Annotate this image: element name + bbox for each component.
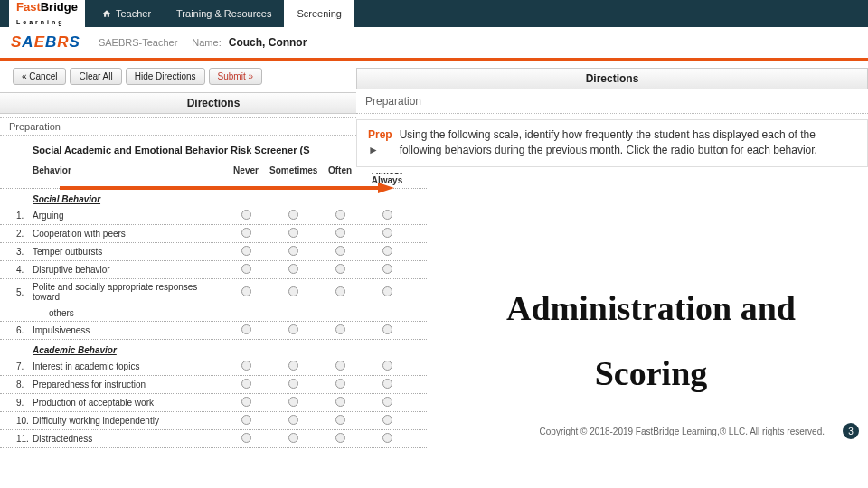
radio-button[interactable] xyxy=(382,361,392,371)
radio-cell xyxy=(222,228,269,239)
cancel-button[interactable]: « Cancel xyxy=(13,68,66,85)
context-bar: SAEBRS SAEBRS-Teacher Name: Couch, Conno… xyxy=(0,27,868,61)
radio-button[interactable] xyxy=(335,324,345,334)
radio-button[interactable] xyxy=(288,228,298,238)
radio-button[interactable] xyxy=(241,361,251,371)
row-label: Preparedness for instruction xyxy=(33,380,222,389)
radio-cell xyxy=(222,397,269,408)
hide-directions-button[interactable]: Hide Directions xyxy=(126,68,205,85)
row-number: 4. xyxy=(16,265,33,275)
radio-button[interactable] xyxy=(288,397,298,407)
radio-cell xyxy=(222,210,269,221)
radio-cell xyxy=(363,228,410,239)
radio-button[interactable] xyxy=(288,246,298,256)
student-name: Couch, Connor xyxy=(229,36,307,49)
radio-button[interactable] xyxy=(335,228,345,238)
radio-button[interactable] xyxy=(241,324,251,334)
row-number: 11. xyxy=(16,434,33,444)
table-row: 1.Arguing xyxy=(0,207,427,225)
radio-cell xyxy=(269,397,316,408)
radio-cell xyxy=(363,361,410,372)
row-label: Impulsiveness xyxy=(33,325,222,335)
overlay-preparation-header: Preparation xyxy=(356,89,868,114)
radio-button[interactable] xyxy=(288,433,298,443)
radio-cell xyxy=(269,264,316,276)
radio-button[interactable] xyxy=(335,264,345,274)
radio-button[interactable] xyxy=(335,246,345,256)
row-label: Interest in academic topics xyxy=(33,361,222,371)
radio-cell xyxy=(363,210,410,221)
table-row: 3.Temper outbursts xyxy=(0,243,427,261)
radio-button[interactable] xyxy=(241,397,251,407)
toolbar: « Cancel Clear All Hide Directions Submi… xyxy=(13,68,414,85)
prep-instruction-box: Prep ► Using the following scale, identi… xyxy=(356,119,868,167)
radio-button[interactable] xyxy=(241,433,251,443)
name-label: Name: xyxy=(184,37,228,48)
radio-button[interactable] xyxy=(382,397,392,407)
radio-button[interactable] xyxy=(382,324,392,334)
row-label: Polite and socially appropriate response… xyxy=(33,282,222,302)
radio-cell xyxy=(316,228,363,239)
radio-button[interactable] xyxy=(335,210,345,220)
radio-button[interactable] xyxy=(382,433,392,443)
radio-button[interactable] xyxy=(241,415,251,425)
radio-button[interactable] xyxy=(335,379,345,389)
row-number: 6. xyxy=(16,325,33,335)
radio-cell xyxy=(222,379,269,390)
saebrs-logo: SAEBRS xyxy=(0,33,91,52)
radio-button[interactable] xyxy=(288,361,298,371)
radio-cell xyxy=(316,415,363,427)
radio-button[interactable] xyxy=(288,286,298,296)
radio-cell xyxy=(222,286,269,298)
radio-button[interactable] xyxy=(335,286,345,296)
radio-button[interactable] xyxy=(241,246,251,256)
radio-button[interactable] xyxy=(382,415,392,425)
category-academic: Academic Behavior xyxy=(33,345,427,355)
row-label: Arguing xyxy=(33,211,222,221)
radio-cell xyxy=(269,415,316,427)
radio-button[interactable] xyxy=(335,433,345,443)
radio-cell xyxy=(316,361,363,372)
radio-button[interactable] xyxy=(288,264,298,274)
row-label: others xyxy=(49,308,222,318)
table-row: 5.Polite and socially appropriate respon… xyxy=(0,279,427,305)
radio-button[interactable] xyxy=(382,210,392,220)
radio-button[interactable] xyxy=(241,264,251,274)
nav-teacher[interactable]: Teacher xyxy=(89,0,164,27)
radio-button[interactable] xyxy=(382,379,392,389)
table-row: others xyxy=(0,305,427,322)
radio-cell xyxy=(222,264,269,276)
table-row: 2.Cooperation with peers xyxy=(0,225,427,243)
row-number: 1. xyxy=(16,211,33,221)
radio-button[interactable] xyxy=(241,379,251,389)
radio-button[interactable] xyxy=(241,286,251,296)
radio-button[interactable] xyxy=(382,228,392,238)
radio-cell xyxy=(316,246,363,258)
directions-overlay: Directions Preparation Prep ► Using the … xyxy=(356,68,868,173)
triangle-icon: ► xyxy=(368,144,379,156)
radio-button[interactable] xyxy=(288,210,298,220)
overlay-directions-header: Directions xyxy=(356,68,868,89)
radio-button[interactable] xyxy=(241,210,251,220)
page-number-badge: 3 xyxy=(843,423,859,439)
radio-button[interactable] xyxy=(241,228,251,238)
radio-button[interactable] xyxy=(335,361,345,371)
radio-button[interactable] xyxy=(288,324,298,334)
row-number: 2. xyxy=(16,229,33,239)
radio-button[interactable] xyxy=(335,397,345,407)
nav-training[interactable]: Training & Resources xyxy=(164,0,284,27)
radio-button[interactable] xyxy=(335,415,345,425)
radio-cell xyxy=(316,210,363,221)
radio-cell xyxy=(222,324,269,336)
radio-button[interactable] xyxy=(382,246,392,256)
nav-screening[interactable]: Screening xyxy=(284,0,354,27)
radio-button[interactable] xyxy=(288,415,298,425)
nav-teacher-label: Teacher xyxy=(116,8,151,19)
submit-button[interactable]: Submit » xyxy=(209,68,262,85)
footer: Copyright © 2018-2019 FastBridge Learnin… xyxy=(434,423,859,439)
clear-all-button[interactable]: Clear All xyxy=(70,68,121,85)
radio-button[interactable] xyxy=(288,379,298,389)
radio-button[interactable] xyxy=(382,264,392,274)
row-number: 8. xyxy=(16,380,33,389)
radio-button[interactable] xyxy=(382,286,392,296)
